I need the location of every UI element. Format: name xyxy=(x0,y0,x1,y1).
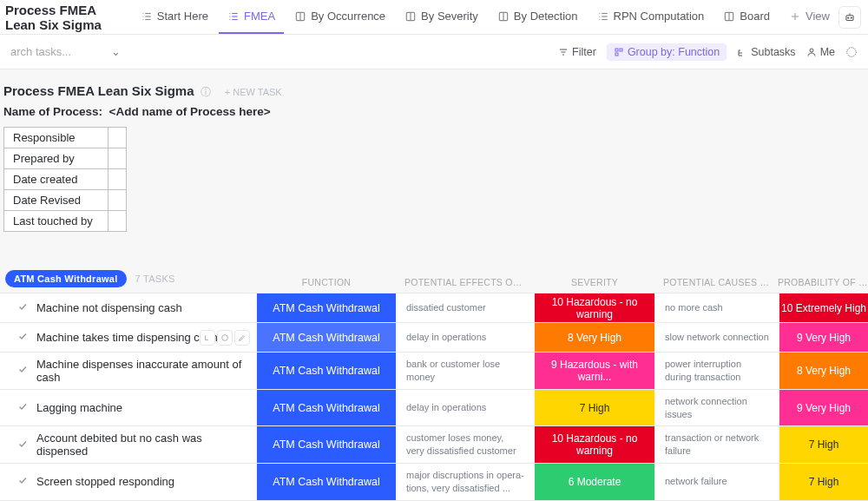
causes-cell[interactable]: network failure xyxy=(656,464,778,500)
info-icon[interactable]: ⓘ xyxy=(201,86,211,98)
search-placeholder: arch tasks... xyxy=(10,45,71,58)
new-task-button[interactable]: + NEW TASK xyxy=(225,87,282,97)
severity-cell[interactable]: 10 Hazardous - no warning xyxy=(533,426,656,463)
meta-row: Responsible xyxy=(4,128,127,148)
severity-cell[interactable]: 10 Hazardous - no warning xyxy=(533,293,656,322)
topbar: Process FMEA Lean Six Sigma Start HereFM… xyxy=(0,0,868,35)
severity-cell[interactable]: 8 Very High xyxy=(533,323,656,352)
task-cell[interactable]: Account debited but no cash was dispense… xyxy=(0,426,255,463)
check-icon[interactable] xyxy=(17,475,28,488)
effects-cell[interactable]: delay in operations xyxy=(398,323,533,352)
svg-point-30 xyxy=(851,17,852,18)
causes-cell[interactable]: network connection issues xyxy=(656,390,778,426)
table-row[interactable]: Screen stopped respondingATM Cash Withdr… xyxy=(0,463,868,500)
meta-value[interactable] xyxy=(108,128,127,148)
svg-point-10 xyxy=(229,16,230,16)
function-cell[interactable]: ATM Cash Withdrawal xyxy=(255,426,398,463)
meta-key: Responsible xyxy=(4,128,108,148)
task-cell[interactable]: Machine dispenses inaccurate amount of c… xyxy=(0,353,255,389)
tab-fmea[interactable]: FMEA xyxy=(219,0,284,34)
subtask-icon[interactable] xyxy=(200,330,215,346)
function-cell[interactable]: ATM Cash Withdrawal xyxy=(255,353,398,389)
process-name-value[interactable]: <Add name of Process here> xyxy=(109,105,271,118)
tab-view[interactable]: View xyxy=(780,0,838,34)
probability-cell[interactable]: 10 Extremely High xyxy=(778,293,868,322)
table-row[interactable]: Lagging machineATM Cash Withdrawaldelay … xyxy=(0,389,868,426)
meta-value[interactable] xyxy=(108,190,127,211)
meta-row: Last touched by xyxy=(4,211,127,232)
severity-cell[interactable]: 6 Moderate xyxy=(533,464,656,500)
task-name: Machine dispenses inaccurate amount of c… xyxy=(36,358,248,384)
grid: ATM Cash Withdrawal 7 TASKS FUNCTION POT… xyxy=(0,270,868,501)
search-input[interactable]: arch tasks... ⌄ xyxy=(10,45,121,58)
me-button[interactable]: Me xyxy=(806,46,835,58)
table-row[interactable]: Account debited but no cash was dispense… xyxy=(0,425,868,463)
table-row[interactable]: Machine not dispensing cashATM Cash With… xyxy=(0,293,868,322)
probability-cell[interactable]: 9 Very High xyxy=(778,390,868,426)
section-header: Process FMEA Lean Six Sigma ⓘ + NEW TASK… xyxy=(0,83,868,118)
tab-by-occurrence[interactable]: By Occurrence xyxy=(286,0,394,34)
meta-row: Date created xyxy=(4,169,127,190)
col-causes[interactable]: POTENTIAL CAUSES OF FAILURE xyxy=(656,277,778,287)
effects-cell[interactable]: dissatied customer xyxy=(398,293,533,322)
severity-cell[interactable]: 7 High xyxy=(533,390,656,426)
svg-point-29 xyxy=(848,17,849,18)
check-icon[interactable] xyxy=(17,331,28,344)
meta-value[interactable] xyxy=(108,169,127,190)
causes-cell[interactable]: power interruption during transaction xyxy=(656,353,778,389)
subtasks-button[interactable]: Subtasks xyxy=(737,46,795,58)
col-severity[interactable]: SEVERITY xyxy=(533,277,656,287)
effects-cell[interactable]: bank or customer lose money xyxy=(398,353,533,389)
effects-cell[interactable]: delay in operations xyxy=(398,390,533,426)
table-row[interactable]: Machine takes time dispensing cashATM Ca… xyxy=(0,322,868,352)
function-cell[interactable]: ATM Cash Withdrawal xyxy=(255,390,398,426)
app-title: Process FMEA Lean Six Sigma xyxy=(5,3,120,32)
tab-by-severity[interactable]: By Severity xyxy=(396,0,487,34)
table-row[interactable]: Machine dispenses inaccurate amount of c… xyxy=(0,352,868,389)
check-icon[interactable] xyxy=(17,401,28,414)
function-cell[interactable]: ATM Cash Withdrawal xyxy=(255,293,398,322)
effects-cell[interactable]: major discruptions in opera-tions, very … xyxy=(398,464,533,500)
probability-cell[interactable]: 7 High xyxy=(778,464,868,500)
task-cell[interactable]: Machine not dispensing cash xyxy=(0,293,255,322)
tag-icon[interactable] xyxy=(217,330,233,346)
probability-cell[interactable]: 7 High xyxy=(778,426,868,463)
task-cell[interactable]: Lagging machine xyxy=(0,390,255,426)
meta-value[interactable] xyxy=(108,148,127,169)
filter-button[interactable]: Filter xyxy=(558,46,596,58)
causes-cell[interactable]: transaction or network failure xyxy=(656,426,778,463)
col-probability[interactable]: PROBABILITY OF OCCURRE... xyxy=(778,277,868,287)
tab-rpn-computation[interactable]: RPN Computation xyxy=(589,0,713,34)
assignee-button[interactable] xyxy=(845,46,858,58)
automation-button[interactable] xyxy=(838,6,861,29)
svg-point-21 xyxy=(599,12,600,13)
probability-cell[interactable]: 9 Very High xyxy=(778,323,868,352)
probability-cell[interactable]: 8 Very High xyxy=(778,353,868,389)
check-icon[interactable] xyxy=(17,364,28,377)
tabs: Start HereFMEABy OccurrenceBy SeverityBy… xyxy=(132,0,838,34)
tab-board[interactable]: Board xyxy=(714,0,779,34)
edit-icon[interactable] xyxy=(234,330,250,346)
severity-cell[interactable]: 9 Hazardous - with warni... xyxy=(533,353,656,389)
task-count: 7 TASKS xyxy=(135,274,175,284)
tab-start-here[interactable]: Start Here xyxy=(132,0,217,34)
group-pill[interactable]: ATM Cash Withdrawal xyxy=(5,270,127,287)
effects-cell[interactable]: customer loses money, very dissatisfied … xyxy=(398,426,533,463)
task-name: Account debited but no cash was dispense… xyxy=(36,432,248,458)
causes-cell[interactable]: slow network connection xyxy=(656,323,778,352)
chevron-down-icon[interactable]: ⌄ xyxy=(111,45,121,58)
check-icon[interactable] xyxy=(17,301,28,314)
tab-by-detection[interactable]: By Detection xyxy=(489,0,587,34)
group-by-button[interactable]: Group by: Function xyxy=(607,43,727,61)
col-effects[interactable]: POTENTIAL EFFECTS OF FAILURE xyxy=(398,277,533,287)
group-header[interactable]: ATM Cash Withdrawal 7 TASKS xyxy=(0,270,255,287)
function-cell[interactable]: ATM Cash Withdrawal xyxy=(255,464,398,500)
task-cell[interactable]: Machine takes time dispensing cash xyxy=(0,323,255,352)
check-icon[interactable] xyxy=(17,438,28,452)
col-function[interactable]: FUNCTION xyxy=(255,277,398,287)
meta-value[interactable] xyxy=(108,211,127,232)
meta-key: Date created xyxy=(4,169,108,190)
function-cell[interactable]: ATM Cash Withdrawal xyxy=(255,323,398,352)
causes-cell[interactable]: no more cash xyxy=(656,293,778,322)
task-cell[interactable]: Screen stopped responding xyxy=(0,464,255,500)
